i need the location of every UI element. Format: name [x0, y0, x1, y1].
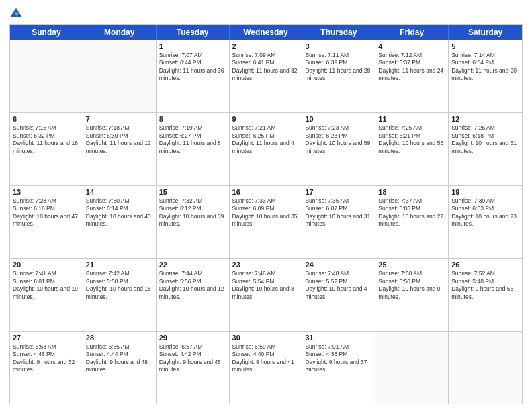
page: SundayMondayTuesdayWednesdayThursdayFrid… [0, 0, 532, 411]
calendar-week-4: 27Sunrise: 6:53 AM Sunset: 4:46 PM Dayli… [10, 331, 522, 404]
logo [9, 7, 26, 20]
header-day-sunday: Sunday [10, 25, 83, 40]
day-info: Sunrise: 7:44 AM Sunset: 5:56 PM Dayligh… [159, 270, 226, 301]
calendar-day-5: 5Sunrise: 7:14 AM Sunset: 6:34 PM Daylig… [449, 40, 522, 112]
calendar-day-24: 24Sunrise: 7:48 AM Sunset: 5:52 PM Dayli… [302, 259, 375, 330]
calendar-day-28: 28Sunrise: 6:55 AM Sunset: 4:44 PM Dayli… [83, 332, 157, 404]
calendar-day-21: 21Sunrise: 7:42 AM Sunset: 5:58 PM Dayli… [83, 259, 157, 330]
calendar: SundayMondayTuesdayWednesdayThursdayFrid… [9, 24, 523, 404]
day-info: Sunrise: 7:12 AM Sunset: 6:37 PM Dayligh… [378, 52, 445, 83]
day-number: 23 [232, 261, 300, 269]
day-number: 29 [159, 334, 226, 342]
day-number: 22 [159, 261, 226, 269]
calendar-day-empty-4-5 [375, 332, 449, 404]
day-info: Sunrise: 6:57 AM Sunset: 4:42 PM Dayligh… [159, 343, 226, 374]
day-info: Sunrise: 7:37 AM Sunset: 6:05 PM Dayligh… [378, 197, 445, 228]
day-info: Sunrise: 6:59 AM Sunset: 4:40 PM Dayligh… [232, 343, 300, 374]
day-info: Sunrise: 7:11 AM Sunset: 6:39 PM Dayligh… [305, 52, 372, 83]
day-info: Sunrise: 7:18 AM Sunset: 6:30 PM Dayligh… [86, 124, 153, 155]
day-info: Sunrise: 7:33 AM Sunset: 6:09 PM Dayligh… [232, 197, 300, 228]
day-info: Sunrise: 7:35 AM Sunset: 6:07 PM Dayligh… [305, 197, 372, 228]
header-day-tuesday: Tuesday [157, 25, 230, 40]
day-number: 25 [378, 261, 445, 269]
calendar-week-0: 1Sunrise: 7:07 AM Sunset: 6:44 PM Daylig… [10, 40, 522, 112]
calendar-week-2: 13Sunrise: 7:28 AM Sunset: 6:16 PM Dayli… [10, 185, 522, 258]
logo-icon [9, 7, 23, 20]
calendar-day-empty-0-0 [10, 40, 83, 112]
day-info: Sunrise: 7:14 AM Sunset: 6:34 PM Dayligh… [451, 52, 519, 83]
day-info: Sunrise: 7:07 AM Sunset: 6:44 PM Dayligh… [159, 52, 226, 83]
header-day-saturday: Saturday [449, 25, 522, 40]
calendar-day-26: 26Sunrise: 7:52 AM Sunset: 5:48 PM Dayli… [449, 259, 522, 330]
calendar-day-18: 18Sunrise: 7:37 AM Sunset: 6:05 PM Dayli… [375, 186, 449, 258]
day-number: 10 [305, 115, 372, 123]
calendar-day-20: 20Sunrise: 7:41 AM Sunset: 6:01 PM Dayli… [10, 259, 83, 330]
day-number: 20 [13, 261, 80, 269]
calendar-header: SundayMondayTuesdayWednesdayThursdayFrid… [10, 25, 522, 40]
day-info: Sunrise: 7:39 AM Sunset: 6:03 PM Dayligh… [451, 197, 519, 228]
day-info: Sunrise: 7:48 AM Sunset: 5:52 PM Dayligh… [305, 270, 372, 301]
calendar-day-7: 7Sunrise: 7:18 AM Sunset: 6:30 PM Daylig… [83, 113, 157, 185]
day-number: 4 [378, 42, 445, 50]
day-number: 14 [86, 188, 153, 196]
day-number: 11 [378, 115, 445, 123]
calendar-day-31: 31Sunrise: 7:01 AM Sunset: 4:38 PM Dayli… [302, 332, 375, 404]
calendar-day-10: 10Sunrise: 7:23 AM Sunset: 6:23 PM Dayli… [302, 113, 375, 185]
day-info: Sunrise: 7:21 AM Sunset: 6:25 PM Dayligh… [232, 124, 300, 155]
day-number: 8 [159, 115, 226, 123]
day-info: Sunrise: 7:26 AM Sunset: 6:18 PM Dayligh… [451, 124, 519, 155]
day-number: 24 [305, 261, 372, 269]
day-info: Sunrise: 7:42 AM Sunset: 5:58 PM Dayligh… [86, 270, 153, 301]
calendar-day-2: 2Sunrise: 7:09 AM Sunset: 6:41 PM Daylig… [230, 40, 303, 112]
day-info: Sunrise: 7:09 AM Sunset: 6:41 PM Dayligh… [232, 52, 300, 83]
day-number: 1 [159, 42, 226, 50]
day-number: 7 [86, 115, 153, 123]
day-number: 2 [232, 42, 300, 50]
day-number: 13 [13, 188, 80, 196]
header [9, 7, 523, 20]
calendar-week-3: 20Sunrise: 7:41 AM Sunset: 6:01 PM Dayli… [10, 258, 522, 330]
calendar-day-empty-4-6 [449, 332, 522, 404]
calendar-day-empty-0-1 [83, 40, 157, 112]
calendar-day-25: 25Sunrise: 7:50 AM Sunset: 5:50 PM Dayli… [375, 259, 449, 330]
calendar-day-4: 4Sunrise: 7:12 AM Sunset: 6:37 PM Daylig… [375, 40, 449, 112]
calendar-day-29: 29Sunrise: 6:57 AM Sunset: 4:42 PM Dayli… [157, 332, 230, 404]
day-info: Sunrise: 7:28 AM Sunset: 6:16 PM Dayligh… [13, 197, 80, 228]
calendar-day-30: 30Sunrise: 6:59 AM Sunset: 4:40 PM Dayli… [230, 332, 303, 404]
day-info: Sunrise: 7:50 AM Sunset: 5:50 PM Dayligh… [378, 270, 445, 301]
calendar-day-11: 11Sunrise: 7:25 AM Sunset: 6:21 PM Dayli… [375, 113, 449, 185]
day-number: 6 [13, 115, 80, 123]
day-number: 17 [305, 188, 372, 196]
day-number: 31 [305, 334, 372, 342]
calendar-day-27: 27Sunrise: 6:53 AM Sunset: 4:46 PM Dayli… [10, 332, 83, 404]
calendar-day-16: 16Sunrise: 7:33 AM Sunset: 6:09 PM Dayli… [230, 186, 303, 258]
day-info: Sunrise: 6:55 AM Sunset: 4:44 PM Dayligh… [86, 343, 153, 374]
calendar-day-1: 1Sunrise: 7:07 AM Sunset: 6:44 PM Daylig… [157, 40, 230, 112]
day-number: 19 [451, 188, 519, 196]
day-number: 26 [451, 261, 519, 269]
day-number: 12 [451, 115, 519, 123]
day-number: 3 [305, 42, 372, 50]
calendar-body: 1Sunrise: 7:07 AM Sunset: 6:44 PM Daylig… [10, 40, 522, 404]
day-info: Sunrise: 7:52 AM Sunset: 5:48 PM Dayligh… [451, 270, 519, 301]
day-number: 18 [378, 188, 445, 196]
calendar-day-9: 9Sunrise: 7:21 AM Sunset: 6:25 PM Daylig… [230, 113, 303, 185]
day-info: Sunrise: 7:25 AM Sunset: 6:21 PM Dayligh… [378, 124, 445, 155]
day-number: 9 [232, 115, 300, 123]
day-info: Sunrise: 7:32 AM Sunset: 6:12 PM Dayligh… [159, 197, 226, 228]
day-info: Sunrise: 7:16 AM Sunset: 6:32 PM Dayligh… [13, 124, 80, 155]
day-info: Sunrise: 7:46 AM Sunset: 5:54 PM Dayligh… [232, 270, 300, 301]
header-day-wednesday: Wednesday [230, 25, 303, 40]
calendar-day-19: 19Sunrise: 7:39 AM Sunset: 6:03 PM Dayli… [449, 186, 522, 258]
day-number: 30 [232, 334, 300, 342]
header-day-monday: Monday [83, 25, 157, 40]
header-day-friday: Friday [375, 25, 449, 40]
calendar-day-22: 22Sunrise: 7:44 AM Sunset: 5:56 PM Dayli… [157, 259, 230, 330]
day-info: Sunrise: 6:53 AM Sunset: 4:46 PM Dayligh… [13, 343, 80, 374]
day-number: 27 [13, 334, 80, 342]
day-info: Sunrise: 7:41 AM Sunset: 6:01 PM Dayligh… [13, 270, 80, 301]
calendar-day-6: 6Sunrise: 7:16 AM Sunset: 6:32 PM Daylig… [10, 113, 83, 185]
calendar-day-23: 23Sunrise: 7:46 AM Sunset: 5:54 PM Dayli… [230, 259, 303, 330]
day-info: Sunrise: 7:19 AM Sunset: 6:27 PM Dayligh… [159, 124, 226, 155]
day-info: Sunrise: 7:30 AM Sunset: 6:14 PM Dayligh… [86, 197, 153, 228]
